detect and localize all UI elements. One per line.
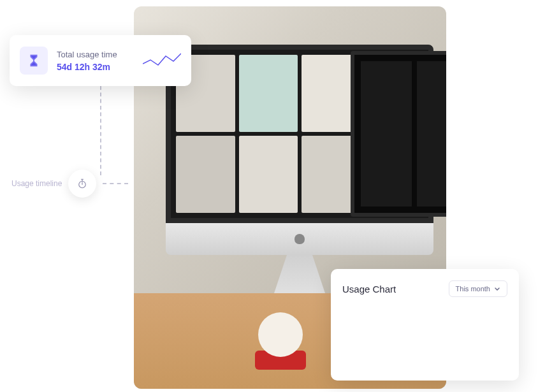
apple-logo-icon xyxy=(294,234,305,244)
usage-label: Total usage time xyxy=(57,50,134,59)
hourglass-icon xyxy=(20,47,48,75)
timeline-badge: Usage timeline xyxy=(11,170,128,198)
chevron-down-icon xyxy=(494,286,500,292)
usage-value: 54d 12h 32m xyxy=(57,62,134,72)
sparkline-chart xyxy=(143,51,181,70)
stopwatch-icon xyxy=(68,170,96,198)
period-value: This month xyxy=(456,285,490,293)
bar-chart xyxy=(342,310,507,370)
chart-title: Usage Chart xyxy=(342,284,396,294)
period-select[interactable]: This month xyxy=(449,280,507,297)
cat-figurine xyxy=(255,312,306,376)
timeline-label: Usage timeline xyxy=(11,179,62,188)
usage-chart-card: Usage Chart This month xyxy=(331,269,519,381)
second-monitor xyxy=(351,51,446,217)
total-usage-card: Total usage time 54d 12h 32m xyxy=(10,35,191,86)
connector-line xyxy=(100,86,101,175)
